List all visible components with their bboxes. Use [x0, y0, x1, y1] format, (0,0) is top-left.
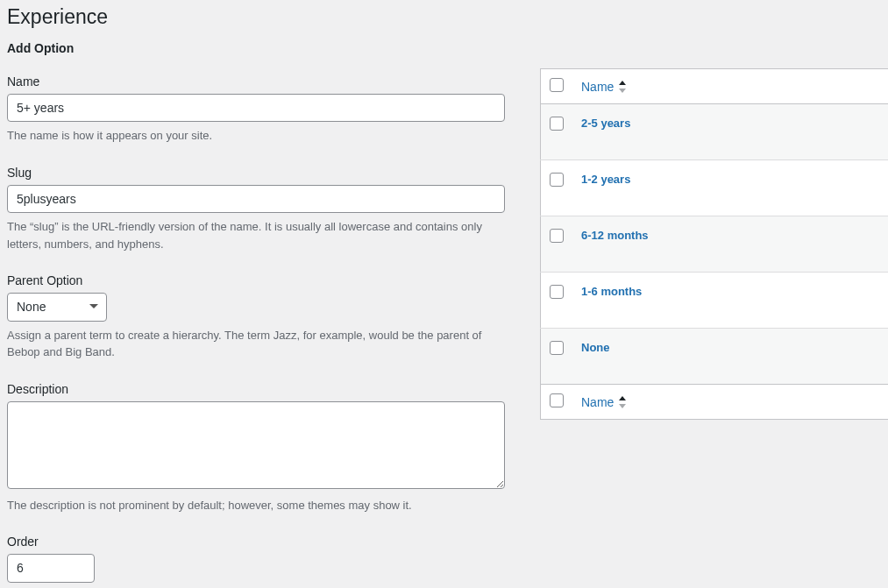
row-name-cell: 1-6 months — [572, 273, 888, 329]
name-sort-footer[interactable]: Name — [581, 395, 626, 409]
select-all-checkbox-top[interactable] — [550, 78, 564, 92]
row-check-cell — [541, 104, 573, 160]
name-column-label-footer: Name — [581, 395, 614, 409]
row-name-cell: None — [572, 329, 888, 385]
section-heading-add-option: Add Option — [7, 41, 505, 55]
parent-label: Parent Option — [7, 273, 505, 287]
page-title: Experience — [7, 5, 505, 29]
row-check-cell — [541, 216, 573, 273]
table-row: 2-5 years — [541, 104, 889, 160]
row-name-link[interactable]: 1-2 years — [581, 173, 630, 186]
row-checkbox[interactable] — [550, 117, 564, 131]
sort-arrows-icon — [619, 81, 626, 93]
parent-select[interactable]: None — [7, 293, 107, 321]
select-all-footer — [541, 385, 573, 420]
select-all-header — [541, 69, 573, 104]
field-name: Name The name is how it appears on your … — [7, 74, 505, 145]
row-name-cell: 1-2 years — [572, 160, 888, 216]
row-check-cell — [541, 273, 573, 329]
name-column-header: Name — [572, 69, 888, 104]
name-sort[interactable]: Name — [581, 80, 626, 94]
select-all-checkbox-bottom[interactable] — [550, 393, 564, 407]
row-check-cell — [541, 160, 573, 216]
row-name-cell: 6-12 months — [572, 216, 888, 273]
parent-help: Assign a parent term to create a hierarc… — [7, 327, 505, 361]
name-input[interactable] — [7, 94, 505, 122]
order-label: Order — [7, 535, 505, 549]
description-textarea[interactable] — [7, 401, 505, 489]
table-row: None — [541, 329, 889, 385]
table-row: 1-6 months — [541, 273, 889, 329]
row-check-cell — [541, 329, 573, 385]
description-help: The description is not prominent by defa… — [7, 497, 505, 514]
row-checkbox[interactable] — [550, 229, 564, 243]
table-row: 1-2 years — [541, 160, 889, 216]
row-name-link[interactable]: 2-5 years — [581, 117, 630, 130]
slug-label: Slug — [7, 166, 505, 180]
field-description: Description The description is not promi… — [7, 382, 505, 514]
row-name-link[interactable]: 1-6 months — [581, 285, 642, 298]
name-help: The name is how it appears on your site. — [7, 127, 505, 145]
field-parent: Parent Option None Assign a parent term … — [7, 273, 505, 360]
order-input[interactable] — [7, 554, 95, 582]
slug-help: The “slug” is the URL-friendly version o… — [7, 218, 505, 252]
name-column-label: Name — [581, 80, 614, 94]
row-checkbox[interactable] — [550, 173, 564, 187]
row-name-link[interactable]: 6-12 months — [581, 229, 649, 242]
field-order: Order — [7, 535, 505, 582]
name-column-footer: Name — [572, 385, 888, 420]
field-slug: Slug The “slug” is the URL-friendly vers… — [7, 166, 505, 252]
description-label: Description — [7, 382, 505, 396]
table-row: 6-12 months — [541, 216, 889, 273]
row-name-link[interactable]: None — [581, 341, 610, 354]
sort-arrows-icon — [619, 396, 626, 408]
options-table: Name 2-5 years1-2 years6-12 months1-6 mo… — [540, 68, 888, 420]
name-label: Name — [7, 74, 505, 89]
row-checkbox[interactable] — [550, 285, 564, 299]
row-checkbox[interactable] — [550, 341, 564, 355]
row-name-cell: 2-5 years — [572, 104, 888, 160]
slug-input[interactable] — [7, 185, 505, 213]
